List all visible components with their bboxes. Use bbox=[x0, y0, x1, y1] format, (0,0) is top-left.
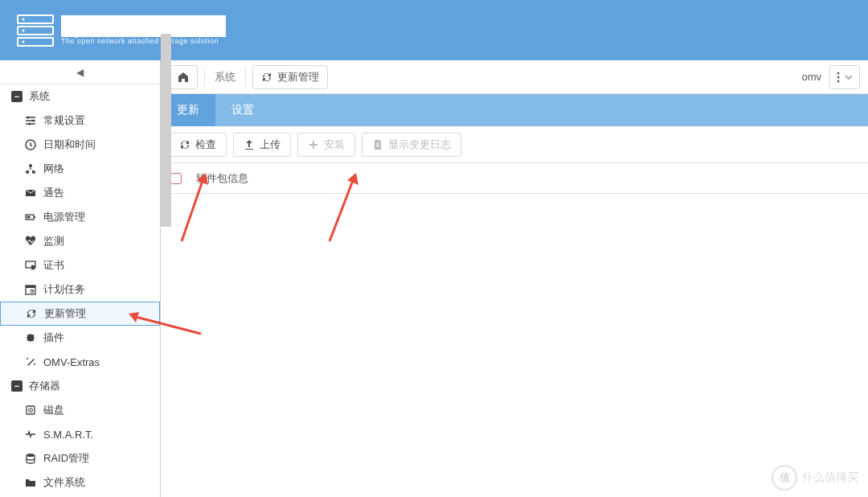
svg-point-10 bbox=[29, 164, 32, 167]
folder-icon bbox=[24, 477, 37, 488]
upload-icon bbox=[244, 139, 255, 150]
sidebar-item-omv-extras[interactable]: OMV-Extras bbox=[0, 350, 160, 374]
app-header: openmediavault The open network attached… bbox=[0, 0, 868, 60]
mail-icon bbox=[24, 187, 37, 199]
sidebar-item-monitoring[interactable]: 监测 bbox=[0, 229, 160, 253]
refresh-icon bbox=[179, 139, 190, 150]
battery-icon bbox=[24, 212, 37, 223]
sliders-icon bbox=[24, 115, 37, 126]
sidebar-item-label: 插件 bbox=[43, 331, 64, 345]
database-icon bbox=[24, 453, 37, 464]
sidebar-item-label: 更新管理 bbox=[44, 306, 86, 321]
watermark: 值 什么值得买 bbox=[772, 465, 858, 491]
sidebar-group-system[interactable]: − 系统 bbox=[0, 84, 160, 109]
plus-icon bbox=[308, 139, 319, 150]
sidebar-item-smart[interactable]: S.M.A.R.T. bbox=[0, 422, 160, 446]
separator bbox=[245, 68, 246, 86]
pulse-icon bbox=[24, 429, 37, 440]
svg-point-26 bbox=[30, 409, 31, 411]
sidebar-item-update-management[interactable]: 更新管理 bbox=[0, 302, 160, 326]
button-label: 安装 bbox=[324, 138, 345, 152]
sidebar-item-label: 日期和时间 bbox=[43, 138, 96, 152]
sidebar-item-plugins[interactable]: 插件 bbox=[0, 326, 160, 350]
document-icon bbox=[372, 139, 383, 150]
magic-icon bbox=[24, 356, 37, 368]
svg-rect-15 bbox=[34, 216, 35, 218]
network-icon bbox=[24, 163, 37, 175]
breadcrumb-current[interactable]: 更新管理 bbox=[252, 65, 328, 89]
scrollbar[interactable] bbox=[161, 34, 171, 227]
svg-point-23 bbox=[34, 364, 35, 365]
brand-subtitle: The open network attached storage soluti… bbox=[61, 37, 226, 45]
hdd-icon bbox=[24, 405, 37, 416]
sidebar-item-general[interactable]: 常规设置 bbox=[0, 109, 160, 133]
sidebar-item-label: 监测 bbox=[43, 234, 64, 249]
sidebar-group-label: 存储器 bbox=[29, 379, 60, 393]
sidebar-item-certificates[interactable]: 证书 bbox=[0, 253, 160, 277]
calendar-icon bbox=[24, 284, 37, 295]
svg-point-3 bbox=[23, 29, 25, 31]
sidebar: ◀ − 系统 常规设置 日期和时间 网络 通告 电源管理 监测 证书 计划任务 … bbox=[0, 60, 161, 497]
refresh-icon bbox=[261, 72, 272, 83]
sidebar-item-notification[interactable]: 通告 bbox=[0, 181, 160, 205]
main-panel: 系统 更新管理 omv 更新 设置 检查 bbox=[161, 60, 868, 497]
check-button[interactable]: 检查 bbox=[169, 133, 227, 157]
svg-point-28 bbox=[837, 72, 840, 74]
heartbeat-icon bbox=[24, 236, 37, 247]
select-all-checkbox[interactable] bbox=[170, 173, 182, 184]
sidebar-item-label: 通告 bbox=[43, 186, 64, 200]
breadcrumb-system[interactable]: 系统 bbox=[211, 70, 239, 84]
puzzle-icon bbox=[24, 332, 37, 343]
brand-logo: openmediavault The open network attached… bbox=[16, 14, 226, 47]
svg-point-1 bbox=[23, 18, 25, 20]
button-label: 检查 bbox=[195, 138, 216, 152]
home-icon bbox=[178, 72, 189, 83]
sidebar-item-label: 电源管理 bbox=[43, 210, 85, 224]
refresh-icon bbox=[25, 308, 38, 319]
server-icon bbox=[16, 14, 55, 47]
sidebar-item-label: 磁盘 bbox=[43, 403, 64, 417]
chevron-left-icon: ◀ bbox=[76, 67, 84, 78]
button-label: 上传 bbox=[260, 138, 280, 152]
column-package-info[interactable]: 软件包信息 bbox=[196, 171, 248, 186]
home-button[interactable] bbox=[169, 65, 198, 89]
sidebar-item-power[interactable]: 电源管理 bbox=[0, 205, 160, 229]
sidebar-item-disks[interactable]: 磁盘 bbox=[0, 398, 160, 422]
changelog-button[interactable]: 显示变更日志 bbox=[362, 133, 461, 157]
certificate-icon bbox=[24, 260, 37, 271]
svg-point-18 bbox=[31, 265, 35, 269]
svg-point-5 bbox=[23, 40, 25, 43]
sidebar-item-network[interactable]: 网络 bbox=[0, 157, 160, 181]
sidebar-item-scheduled[interactable]: 计划任务 bbox=[0, 277, 160, 302]
breadcrumb-label: 更新管理 bbox=[277, 70, 319, 84]
watermark-text: 什么值得买 bbox=[802, 470, 858, 485]
grid-header: 软件包信息 bbox=[161, 163, 868, 194]
sidebar-item-raid[interactable]: RAID管理 bbox=[0, 446, 160, 470]
sidebar-item-label: 计划任务 bbox=[43, 282, 85, 297]
tab-settings[interactable]: 设置 bbox=[215, 94, 270, 126]
toolbar: 检查 上传 安装 显示变更日志 bbox=[161, 126, 868, 163]
sidebar-item-label: RAID管理 bbox=[43, 451, 89, 466]
sidebar-item-datetime[interactable]: 日期和时间 bbox=[0, 133, 160, 157]
upload-button[interactable]: 上传 bbox=[233, 133, 291, 157]
watermark-badge: 值 bbox=[772, 465, 797, 491]
svg-rect-16 bbox=[27, 216, 31, 219]
collapse-icon: − bbox=[11, 91, 23, 102]
sidebar-item-filesystems[interactable]: 文件系统 bbox=[0, 470, 160, 495]
tabs: 更新 设置 bbox=[161, 94, 868, 126]
brand-title: openmediavault bbox=[61, 15, 226, 37]
sidebar-item-label: 网络 bbox=[43, 162, 64, 176]
sidebar-collapse-button[interactable]: ◀ bbox=[0, 60, 160, 84]
sidebar-item-label: OMV-Extras bbox=[43, 356, 100, 368]
user-menu-button[interactable] bbox=[829, 65, 860, 89]
separator bbox=[204, 68, 205, 86]
menu-dots-icon bbox=[837, 72, 840, 83]
sidebar-item-label: 证书 bbox=[43, 258, 64, 273]
svg-point-29 bbox=[837, 76, 840, 78]
install-button[interactable]: 安装 bbox=[297, 133, 355, 157]
breadcrumb-bar: 系统 更新管理 omv bbox=[161, 60, 868, 94]
sidebar-group-storage[interactable]: − 存储器 bbox=[0, 374, 160, 398]
sidebar-item-label: S.M.A.R.T. bbox=[43, 429, 93, 441]
collapse-icon: − bbox=[11, 380, 23, 392]
user-name: omv bbox=[801, 71, 821, 83]
